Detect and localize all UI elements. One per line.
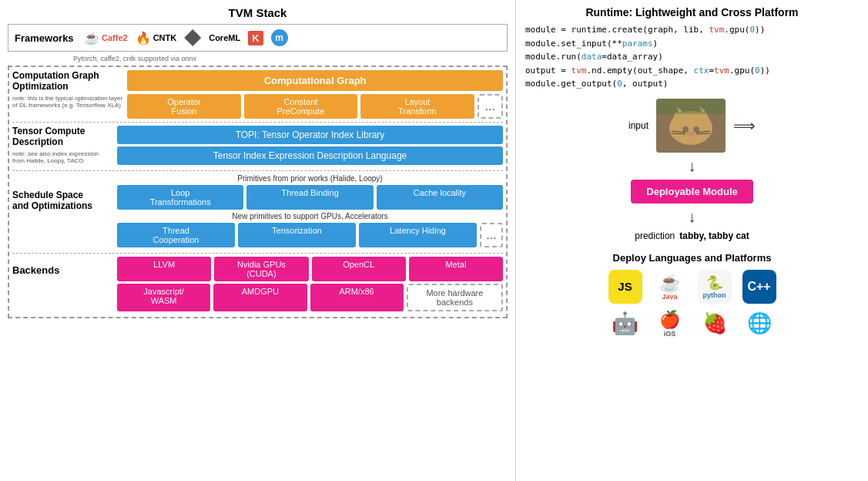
prediction-row: prediction tabby, tabby cat <box>635 230 749 241</box>
deployable-module: Deployable Module <box>631 180 752 204</box>
cgo-more: ... <box>478 94 503 119</box>
cgo-note: note: this is the typical optimization l… <box>12 95 122 109</box>
left-panel: TVM Stack Frameworks ☕ Caffe2 🔥 CNTK <box>0 0 516 481</box>
caffe2-logo: Caffe2 <box>102 33 128 42</box>
opencl-backend: OpenCL <box>312 257 406 281</box>
backends-row1: LLVM Nvidia GPUs(CUDA) OpenCL Metal <box>117 257 503 281</box>
tensorization: Tensorization <box>238 223 356 247</box>
schedule-section: Schedule Spaceand Optimizations Primitiv… <box>12 174 503 254</box>
browser-logo: 🌐 <box>742 307 776 341</box>
code-line-4: output = tvm.nd.empty(out_shape, ctx=tvm… <box>525 64 859 78</box>
prediction-value: tabby, tabby cat <box>679 230 749 241</box>
code-line-1: module = runtime.create(graph, lib, tvm.… <box>525 23 859 37</box>
code-block: module = runtime.create(graph, lib, tvm.… <box>525 23 859 91</box>
cat-image <box>656 99 726 153</box>
code-line-2: module.set_input(**params) <box>525 37 859 51</box>
tcd-content: TOPI: Tensor Operator Index Library Tens… <box>117 126 503 167</box>
cgo-content: Computational Graph OperatorFusion Const… <box>127 70 503 119</box>
ss-more: ... <box>480 223 503 247</box>
inference-demo: input <box>525 99 859 241</box>
cgo-sub-row: OperatorFusion ConstantPreCompute Layout… <box>127 94 503 119</box>
cntk-item: 🔥 CNTK <box>136 31 177 45</box>
cntk-logo: CNTK <box>153 33 177 42</box>
constant-precompute: ConstantPreCompute <box>244 94 357 119</box>
tiedl-bar: Tensor Index Expression Description Lang… <box>117 146 503 165</box>
frameworks-logos: ☕ Caffe2 🔥 CNTK CoreML <box>84 29 288 46</box>
apple-logo: 🍎 iOS <box>653 307 687 341</box>
raspberry-logo: 🍓 <box>698 307 732 341</box>
tcd-title: Tensor ComputeDescription <box>12 126 112 147</box>
cgo-title: Computation GraphOptimization <box>12 70 122 92</box>
tvm-title: TVM Stack <box>8 6 508 19</box>
metal-backend: Metal <box>409 257 503 281</box>
thread-binding: Thread Binding <box>246 185 373 210</box>
svg-point-8 <box>687 132 695 136</box>
coreml-logo: CoreML <box>209 33 240 42</box>
arrow-down-icon-2: ↓ <box>689 208 696 226</box>
mxnet-logo: m <box>271 29 288 46</box>
ss-content: Primitives from prior works (Halide, Loo… <box>117 174 503 250</box>
new-note: New primitives to support GPUs, Accelera… <box>117 212 503 220</box>
python-logo: 🐍 python <box>698 270 732 304</box>
svg-point-7 <box>693 126 699 133</box>
right-panel: Runtime: Lightweight and Cross Platform … <box>516 0 868 481</box>
input-label: input <box>628 120 648 131</box>
cache-locality: Cache locality <box>377 185 503 210</box>
sections: Computation GraphOptimization note: this… <box>8 66 508 318</box>
thread-cooperation: ThreadCooperation <box>117 223 235 247</box>
frameworks-label: Frameworks <box>15 32 76 44</box>
arrow-right-icon: ⟹ <box>733 116 756 135</box>
cgo-label: Computation GraphOptimization note: this… <box>12 70 122 119</box>
prediction-label: prediction <box>635 230 675 241</box>
coreml-item: CoreML <box>209 33 240 42</box>
layout-transform: LayoutTransform <box>360 94 474 119</box>
tcd-label: Tensor ComputeDescription note: see also… <box>12 126 112 167</box>
prior-items-row: LoopTransformations Thread Binding Cache… <box>117 185 503 210</box>
code-line-5: module.get_output(0, output) <box>525 77 859 91</box>
mxnet-item: m <box>271 29 288 46</box>
tcd-note: note: see also index expressionfrom Hali… <box>12 150 112 164</box>
code-line-3: module.run(data=data_array) <box>525 50 859 64</box>
amdgpu-backend: AMDGPU <box>213 284 307 311</box>
frameworks-row: Frameworks ☕ Caffe2 🔥 CNTK <box>8 24 508 52</box>
java-logo: ☕ Java <box>653 270 687 304</box>
caffe2-item: ☕ Caffe2 <box>84 31 128 45</box>
svg-rect-13 <box>656 99 726 114</box>
frameworks-note: Pytorch, caffe2, cntk supported via onnx <box>73 55 508 62</box>
svg-point-6 <box>682 126 689 133</box>
llvm-backend: LLVM <box>117 257 211 281</box>
backends-label: Backends <box>12 257 112 314</box>
tcd-section: Tensor ComputeDescription note: see also… <box>12 126 503 171</box>
comp-graph-bar: Computational Graph <box>127 70 503 91</box>
ss-label: Schedule Spaceand Optimizations <box>12 174 112 250</box>
keras-logo: K <box>248 31 263 45</box>
runtime-title: Runtime: Lightweight and Cross Platform <box>525 6 859 18</box>
keras-item: K <box>248 31 263 45</box>
cgo-section: Computation GraphOptimization note: this… <box>12 70 503 123</box>
backends-section: Backends LLVM Nvidia GPUs(CUDA) OpenCL M… <box>12 257 503 314</box>
android-logo: 🤖 <box>608 307 642 341</box>
latency-hiding: Latency Hiding <box>359 223 477 247</box>
more-backends: More hardware backends <box>407 284 503 311</box>
prior-note: Primitives from prior works (Halide, Loo… <box>117 174 503 183</box>
wasm-backend: Javascript/WASM <box>117 284 210 311</box>
nvidia-backend: Nvidia GPUs(CUDA) <box>214 257 308 281</box>
demo-input-row: input <box>628 99 756 153</box>
deploy-row-2: 🤖 🍎 iOS 🍓 🌐 <box>525 307 859 341</box>
deploy-row-1: JS ☕ Java 🐍 python C++ <box>525 270 859 304</box>
cpp-logo: C++ <box>742 270 776 304</box>
topi-bar: TOPI: Tensor Operator Index Library <box>117 126 503 144</box>
operator-fusion: OperatorFusion <box>127 94 240 119</box>
backends-content: LLVM Nvidia GPUs(CUDA) OpenCL Metal Java… <box>117 257 503 314</box>
loop-transformations: LoopTransformations <box>117 185 243 210</box>
arrow-down-icon: ↓ <box>689 157 696 175</box>
deploy-title: Deploy Languages and Platforms <box>525 252 859 264</box>
polygon-item <box>184 29 201 46</box>
js-logo: JS <box>608 270 642 304</box>
new-items-row: ThreadCooperation Tensorization Latency … <box>117 223 503 247</box>
backends-row2: Javascript/WASM AMDGPU ARM/x86 More hard… <box>117 284 503 311</box>
arm-backend: ARM/x86 <box>310 284 404 311</box>
